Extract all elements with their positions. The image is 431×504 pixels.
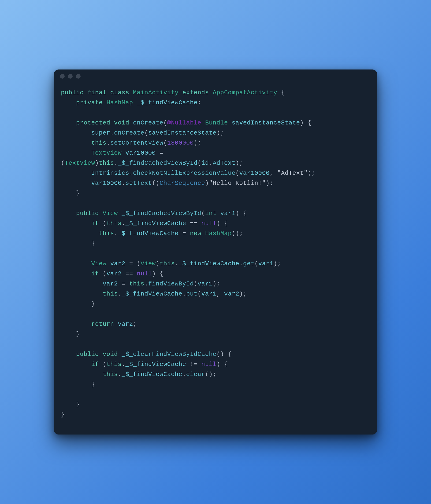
dot: . [114, 160, 118, 167]
dot: . [182, 371, 186, 378]
keyword-void: void [114, 119, 129, 126]
keyword-this: this [159, 260, 175, 267]
semicolon: ; [239, 160, 243, 167]
keyword-if: if [91, 361, 99, 368]
semicolon: ; [220, 129, 224, 136]
brace-open: { [224, 351, 232, 358]
annotation-nullable: @Nullable [167, 119, 201, 126]
traffic-light-close-icon[interactable] [60, 74, 65, 79]
keyword-if: if [91, 220, 99, 227]
equals: = [178, 230, 190, 237]
var-var10000: var10000 [125, 150, 156, 157]
paren-open: ( [194, 280, 197, 287]
traffic-light-minimize-icon[interactable] [68, 74, 73, 79]
semicolon: ; [277, 260, 281, 267]
semicolon: ; [133, 321, 137, 328]
paren-open: ( [99, 220, 106, 227]
keyword-this: this [106, 361, 122, 368]
brace-open: { [304, 119, 311, 126]
id-var1: var1 [258, 260, 274, 267]
keyword-this: this [129, 280, 145, 287]
paren-open: ( [232, 230, 235, 237]
keyword-private: private [76, 99, 103, 106]
type-textview: TextView [65, 160, 95, 167]
type-textview: TextView [91, 150, 122, 157]
keyword-this: this [99, 230, 114, 237]
brace-close: } [76, 190, 80, 197]
paren-close: ) [95, 160, 99, 167]
dot: . [182, 290, 186, 297]
type-charsequence: CharSequence [159, 180, 205, 187]
traffic-light-zoom-icon[interactable] [76, 74, 81, 79]
paren-open: ( [254, 260, 258, 267]
id-super: super [91, 129, 110, 136]
method-checknotnullexpressionvalue: checkNotNullExpressionValue [133, 170, 235, 177]
field-findviewcache: _$_findViewCache [122, 371, 182, 378]
dot: . [175, 260, 178, 267]
brace-open: { [281, 89, 285, 96]
code-block: public final class MainActivity extends … [54, 83, 377, 424]
semicolon: ; [213, 371, 216, 378]
paren-close: ) [209, 371, 213, 378]
id-intrinsics: Intrinsics [91, 170, 129, 177]
number-1300000: 1300000 [167, 139, 194, 146]
keyword-protected: protected [76, 119, 110, 126]
paren-open: ( [144, 129, 148, 136]
paren-open: ( [205, 371, 209, 378]
paren-close: ) [308, 170, 311, 177]
id-var2: var2 [118, 321, 133, 328]
id-var10000: var10000 [91, 180, 122, 187]
dot: . [239, 260, 243, 267]
method-setcontentview: setContentView [110, 139, 163, 146]
id-id: id [201, 160, 209, 167]
brace-open: { [156, 270, 163, 277]
paren-open: ( [197, 290, 201, 297]
paren-open: ( [152, 180, 156, 187]
keyword-this: this [106, 220, 122, 227]
brace-open: { [220, 361, 228, 368]
id-var2: var2 [106, 270, 122, 277]
dot: . [209, 160, 213, 167]
paren-close: ) [266, 180, 270, 187]
brace-close: } [91, 300, 95, 307]
dot: . [129, 170, 133, 177]
paren-close: ) [156, 260, 159, 267]
brace-close: } [76, 401, 80, 408]
not-equals: != [186, 361, 201, 368]
paren-open: ( [99, 361, 106, 368]
method-findviewbyid: findViewById [148, 280, 194, 287]
method-get: get [243, 260, 255, 267]
paren-open: ( [99, 270, 106, 277]
method-clearfindviewbyidcache: _$_clearFindViewByIdCache [122, 351, 216, 358]
id-var1: var1 [197, 280, 213, 287]
field-findviewcache: _$_findViewCache [118, 230, 178, 237]
keyword-this: this [99, 160, 114, 167]
paren-close: ) [220, 351, 224, 358]
param-savedinstancestate: savedInstanceState [232, 119, 300, 126]
dot: . [122, 220, 125, 227]
code-window: public final class MainActivity extends … [54, 70, 377, 434]
method-settext: setText [125, 180, 152, 187]
paren-close: ) [216, 361, 220, 368]
paren-close: ) [194, 139, 197, 146]
paren-close: ) [205, 180, 209, 187]
paren-close: ) [300, 119, 304, 126]
id-var10000: var10000 [239, 170, 270, 177]
comma: , [216, 290, 224, 297]
brace-close: } [61, 411, 65, 418]
type-appcompatactivity: AppCompatActivity [213, 89, 277, 96]
equals: = [125, 260, 137, 267]
paren-close: ) [239, 290, 243, 297]
dot: . [122, 180, 125, 187]
paren-open: ( [163, 139, 167, 146]
type-view: View [141, 260, 156, 267]
type-view: View [103, 210, 118, 217]
keyword-class: class [110, 89, 129, 96]
semicolon: ; [270, 180, 273, 187]
field-findviewcache: _$_findViewCache [125, 361, 186, 368]
type-hashmap: HashMap [106, 99, 133, 106]
method-clear: clear [186, 371, 205, 378]
paren-open: ( [235, 170, 239, 177]
method-put: put [186, 290, 198, 297]
keyword-void: void [103, 351, 118, 358]
